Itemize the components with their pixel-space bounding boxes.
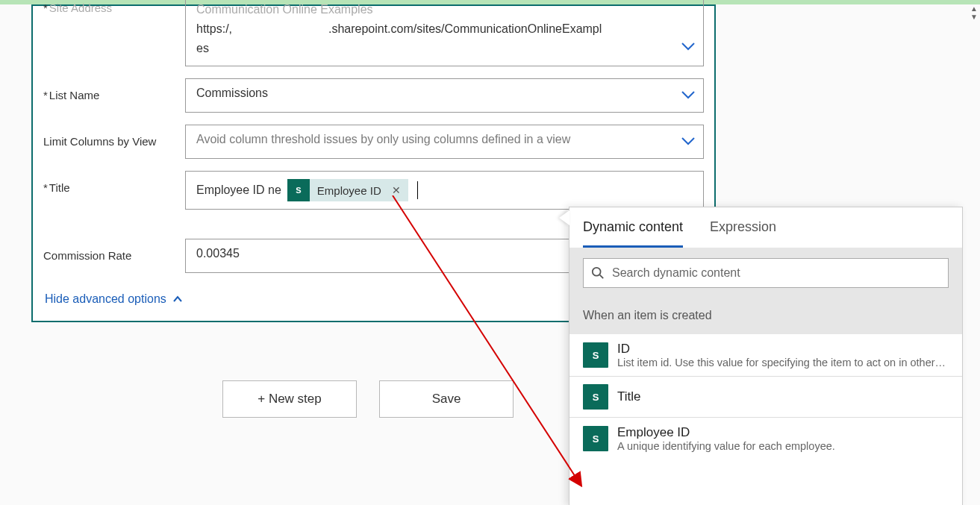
- panel-callout-pointer: [559, 210, 569, 225]
- search-input[interactable]: Search dynamic content: [583, 258, 949, 288]
- label-site-address: *Site Address: [43, 1, 185, 14]
- remove-token-button[interactable]: ✕: [389, 184, 404, 196]
- site-address-field[interactable]: Communication Online Examples https:/, .…: [185, 0, 704, 66]
- title-field[interactable]: Employee ID ne S Employee ID ✕: [185, 171, 704, 210]
- site-address-line3: es: [196, 39, 675, 58]
- limit-columns-field[interactable]: Avoid column threshold issues by only us…: [185, 125, 704, 159]
- dc-item-id[interactable]: S ID List item id. Use this value for sp…: [569, 334, 962, 377]
- scroll-up-button[interactable]: ▲: [968, 4, 980, 13]
- dynamic-content-panel: Dynamic content Expression Search dynami…: [569, 207, 963, 505]
- svg-line-1: [600, 275, 604, 279]
- site-address-line2: https:/, .sharepoint.com/sites/Communica…: [196, 19, 675, 39]
- label-list-name: *List Name: [43, 78, 185, 101]
- dc-item-title: Employee ID: [617, 425, 949, 440]
- commission-rate-value: 0.00345: [196, 247, 240, 260]
- sharepoint-icon: S: [583, 384, 608, 410]
- chevron-down-icon[interactable]: [681, 135, 696, 148]
- limit-columns-placeholder: Avoid column threshold issues by only us…: [196, 133, 570, 145]
- tab-dynamic-content[interactable]: Dynamic content: [583, 219, 683, 248]
- search-icon: [591, 266, 605, 280]
- label-title: *Title: [43, 171, 185, 194]
- chevron-down-icon[interactable]: [681, 89, 696, 102]
- chevron-up-icon: [172, 295, 183, 303]
- scroll-down-button[interactable]: ▼: [968, 13, 980, 21]
- sharepoint-icon: S: [583, 426, 608, 451]
- dc-item-title: ID: [617, 342, 949, 357]
- list-name-value: Commissions: [196, 87, 268, 99]
- site-address-line1: Communication Online Examples: [196, 0, 675, 19]
- sharepoint-icon: S: [287, 179, 310, 201]
- group-header: When an item is created: [569, 298, 962, 334]
- list-name-field[interactable]: Commissions: [185, 78, 704, 113]
- tab-expression[interactable]: Expression: [710, 219, 776, 248]
- dc-item-desc: List item id. Use this value for specify…: [617, 357, 949, 368]
- dc-item-employee-id[interactable]: S Employee ID A unique identifying value…: [569, 418, 962, 459]
- title-text: Employee ID ne: [196, 184, 281, 197]
- svg-point-0: [593, 268, 601, 276]
- label-commission-rate: Commission Rate: [43, 239, 185, 262]
- save-button[interactable]: Save: [379, 380, 514, 418]
- dynamic-token-employee-id[interactable]: S Employee ID ✕: [287, 179, 408, 201]
- token-label: Employee ID: [317, 184, 381, 197]
- sharepoint-icon: S: [583, 342, 608, 368]
- text-caret: [417, 181, 418, 199]
- label-limit-columns: Limit Columns by View: [43, 125, 185, 148]
- search-placeholder: Search dynamic content: [612, 266, 740, 280]
- dc-item-title-field[interactable]: S Title: [569, 377, 962, 418]
- dc-item-title: Title: [617, 389, 949, 404]
- dc-item-desc: A unique identifying value for each empl…: [617, 440, 949, 452]
- new-step-button[interactable]: + New step: [222, 380, 357, 418]
- chevron-down-icon[interactable]: [681, 37, 696, 57]
